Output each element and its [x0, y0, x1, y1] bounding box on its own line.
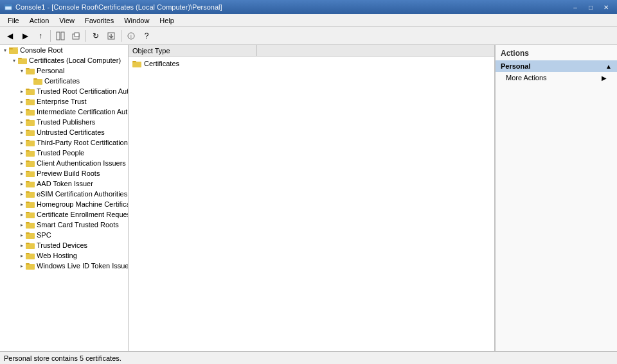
- action-section-personal[interactable]: Personal ▲: [496, 60, 617, 72]
- menu-help[interactable]: Help: [154, 15, 179, 26]
- action-more-actions[interactable]: More Actions ▶: [496, 72, 617, 83]
- expander-enterprise-trust: [18, 98, 26, 105]
- col-header-object-type[interactable]: Object Type: [129, 45, 257, 56]
- menu-action[interactable]: Action: [24, 15, 55, 26]
- cert-item-certificates[interactable]: Certificates: [130, 58, 493, 69]
- expander-personal: [18, 67, 26, 74]
- toolbar: ◀ ▶ ↑ ↻ i ?: [0, 27, 617, 45]
- action-more-actions-arrow: ▶: [602, 74, 607, 82]
- back-button[interactable]: ◀: [3, 29, 17, 43]
- svg-rect-45: [26, 223, 35, 229]
- menu-view[interactable]: View: [54, 15, 80, 26]
- svg-rect-1: [5, 5, 12, 7]
- expander-preview-build: [18, 169, 26, 177]
- tree-label-third-party: Third-Party Root Certification Authoriti…: [37, 139, 129, 146]
- tree-item-certificates[interactable]: Certificates: [0, 76, 128, 86]
- expander-trusted-publishers: [18, 118, 26, 126]
- tree-item-homegroup[interactable]: Homegroup Machine Certificates: [0, 199, 128, 209]
- tree-label-homegroup: Homegroup Machine Certificates: [37, 200, 129, 208]
- svg-rect-55: [132, 62, 141, 67]
- tree-item-third-party[interactable]: Third-Party Root Certification Authoriti…: [0, 137, 128, 148]
- folder-icon-aad-token: [26, 180, 35, 187]
- tree-item-intermediate[interactable]: Intermediate Certification Authorities: [0, 107, 128, 117]
- tree-item-console-root[interactable]: Console Root: [0, 45, 128, 55]
- svg-rect-29: [26, 141, 35, 146]
- maximize-button[interactable]: □: [584, 2, 598, 12]
- svg-rect-25: [26, 120, 35, 126]
- svg-rect-17: [33, 79, 42, 85]
- svg-rect-37: [26, 182, 35, 187]
- svg-rect-11: [9, 48, 13, 49]
- tree-label-console-root: Console Root: [20, 46, 63, 54]
- tree-item-trusted-people[interactable]: Trusted People: [0, 148, 128, 158]
- svg-rect-13: [18, 58, 27, 64]
- tree-label-trusted-people: Trusted People: [37, 149, 84, 157]
- tree-item-personal[interactable]: Personal: [0, 65, 128, 76]
- menu-file[interactable]: File: [3, 15, 24, 26]
- svg-rect-30: [26, 140, 30, 141]
- tree-label-trusted-root: Trusted Root Certification Authorities: [37, 87, 129, 95]
- tree-label-web-hosting: Web Hosting: [37, 252, 77, 259]
- expander-console-root: [1, 46, 9, 54]
- svg-rect-2: [57, 32, 60, 40]
- close-button[interactable]: ✕: [599, 2, 613, 12]
- svg-text:i: i: [130, 33, 132, 39]
- action-more-actions-label: More Actions: [506, 74, 547, 82]
- svg-rect-19: [26, 89, 35, 95]
- status-bar: Personal store contains 5 certificates.: [0, 351, 617, 364]
- properties-button[interactable]: i: [124, 29, 138, 43]
- tree-item-enterprise-trust[interactable]: Enterprise Trust: [0, 96, 128, 107]
- tree-label-cert-enrollment: Certificate Enrollment Requests: [37, 211, 129, 218]
- tree-item-preview-build[interactable]: Preview Build Roots: [0, 168, 128, 178]
- svg-rect-5: [75, 33, 79, 37]
- svg-rect-33: [26, 161, 35, 167]
- tree-item-esim[interactable]: eSIM Certification Authorities: [0, 189, 128, 199]
- folder-icon-third-party: [26, 139, 35, 146]
- tree-item-trusted-publishers[interactable]: Trusted Publishers: [0, 117, 128, 127]
- up-button[interactable]: ↑: [33, 29, 48, 43]
- tree-item-cert-local[interactable]: Certificates (Local Computer): [0, 55, 128, 65]
- export-button[interactable]: [104, 29, 118, 43]
- tree-label-enterprise-trust: Enterprise Trust: [37, 98, 87, 105]
- tree-item-cert-enrollment[interactable]: Certificate Enrollment Requests: [0, 209, 128, 220]
- svg-rect-47: [26, 233, 35, 239]
- expander-esim: [18, 190, 26, 198]
- folder-icon-console-root: [9, 46, 18, 54]
- tree-item-aad-token[interactable]: AAD Token Issuer: [0, 178, 128, 189]
- tree-item-windows-live[interactable]: Windows Live ID Token Issuer: [0, 261, 128, 271]
- tree-item-untrusted[interactable]: Untrusted Certificates: [0, 127, 128, 137]
- svg-rect-39: [26, 192, 35, 198]
- svg-rect-32: [26, 150, 30, 152]
- expander-web-hosting: [18, 252, 26, 259]
- minimize-button[interactable]: –: [568, 2, 582, 12]
- tree-item-spc[interactable]: SPC: [0, 230, 128, 240]
- refresh-button[interactable]: ↻: [89, 29, 103, 43]
- folder-icon-cert-local: [18, 56, 27, 64]
- show-hide-button[interactable]: [53, 29, 67, 43]
- svg-rect-26: [26, 119, 30, 121]
- tree-item-trusted-root[interactable]: Trusted Root Certification Authorities: [0, 86, 128, 96]
- forward-button[interactable]: ▶: [18, 29, 32, 43]
- menu-favorites[interactable]: Favorites: [80, 15, 119, 26]
- tree-item-client-auth[interactable]: Client Authentication Issuers: [0, 158, 128, 168]
- tree-item-smart-card[interactable]: Smart Card Trusted Roots: [0, 220, 128, 230]
- toolbar-sep3: [121, 30, 121, 42]
- expander-spc: [18, 231, 26, 239]
- tree-label-personal: Personal: [37, 67, 64, 74]
- tree-item-web-hosting[interactable]: Web Hosting: [0, 250, 128, 261]
- menu-window[interactable]: Window: [119, 15, 154, 26]
- svg-rect-51: [26, 254, 35, 259]
- svg-rect-42: [26, 202, 30, 203]
- svg-rect-20: [26, 89, 30, 90]
- toolbar-sep1: [50, 30, 51, 42]
- help-toolbar-button[interactable]: ?: [139, 29, 154, 43]
- center-header: Object Type: [129, 45, 494, 56]
- tree-item-trusted-devices[interactable]: Trusted Devices: [0, 240, 128, 250]
- expander-trusted-root: [18, 87, 26, 95]
- folder-icon-spc: [26, 231, 35, 239]
- new-window-button[interactable]: [69, 29, 83, 43]
- status-text: Personal store contains 5 certificates.: [4, 354, 121, 362]
- svg-rect-52: [26, 253, 30, 254]
- title-bar: Console1 - [Console Root\Certificates (L…: [0, 0, 617, 14]
- toolbar-sep2: [85, 30, 86, 42]
